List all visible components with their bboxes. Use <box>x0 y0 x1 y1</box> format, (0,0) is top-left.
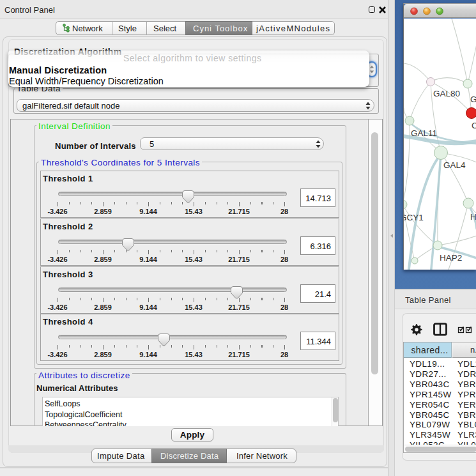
svg-text:HAP2: HAP2 <box>440 253 462 263</box>
svg-text:GAL80: GAL80 <box>433 89 460 98</box>
svg-text:GCY1: GCY1 <box>404 213 424 222</box>
svg-text:H: H <box>470 212 476 222</box>
svg-text:GA: GA <box>470 95 476 104</box>
svg-text:GAL4: GAL4 <box>443 160 466 170</box>
svg-text:C: C <box>472 121 476 130</box>
svg-text:GAL11: GAL11 <box>411 128 437 138</box>
